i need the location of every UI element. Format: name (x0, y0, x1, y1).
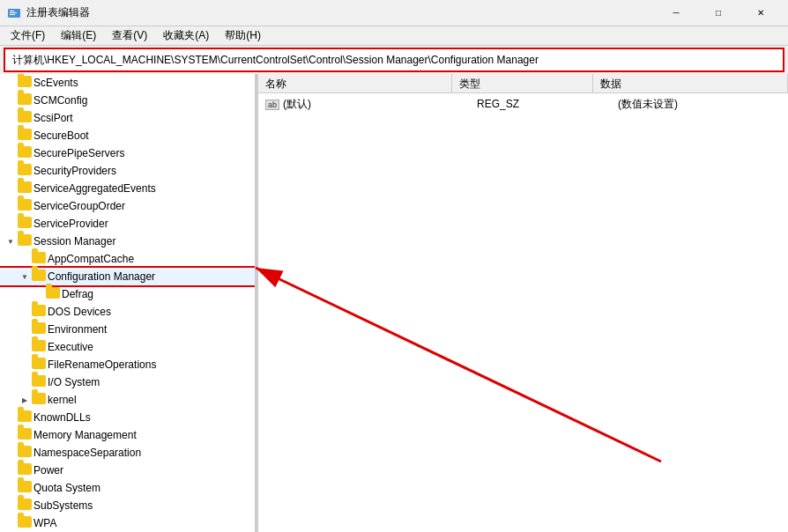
folder-icon (18, 164, 32, 178)
tree-item[interactable]: AppCompatCache (0, 250, 255, 268)
maximize-button[interactable]: □ (698, 0, 739, 26)
tree-item[interactable]: SecurityProviders (0, 162, 255, 180)
tree-item[interactable]: ScsiPort (0, 109, 255, 127)
folder-icon (32, 375, 46, 389)
tree-item[interactable]: ▼Configuration Manager (0, 268, 255, 285)
folder-icon (18, 129, 32, 143)
folder-icon (18, 234, 32, 248)
folder-icon (18, 93, 32, 107)
tree-item[interactable]: FileRenameOperations (0, 356, 255, 373)
tree-item[interactable]: SubSystems (0, 497, 255, 514)
tree-item-label: SCMConfig (33, 94, 87, 107)
tree-item[interactable]: ServiceGroupOrder (0, 197, 255, 215)
tree-item[interactable]: DOS Devices (0, 303, 255, 321)
address-bar[interactable]: 计算机\HKEY_LOCAL_MACHINE\SYSTEM\CurrentCon… (4, 48, 784, 72)
tree-item-label: Quota System (33, 482, 100, 494)
tree-item[interactable]: SecurePipeServers (0, 144, 255, 162)
reg-ab-icon: ab (265, 100, 279, 110)
col-name: 名称 (258, 74, 452, 92)
tree-item[interactable]: ▶kernel (0, 391, 255, 409)
tree-item[interactable]: WPA (0, 514, 255, 532)
reg-name-text: (默认) (283, 98, 311, 110)
tree-item[interactable]: Quota System (0, 479, 255, 497)
title-controls: ─ □ ✕ (656, 0, 781, 26)
tree-item-label: Defrag (62, 288, 93, 300)
reg-name: ab(默认) (258, 97, 470, 112)
tree-item-label: Memory Management (33, 429, 137, 441)
tree-arrow: ▼ (4, 238, 18, 246)
address-text: 计算机\HKEY_LOCAL_MACHINE\SYSTEM\CurrentCon… (9, 53, 779, 68)
folder-icon (18, 499, 32, 513)
menu-item[interactable]: 查看(V) (105, 26, 154, 45)
folder-icon (32, 270, 46, 284)
tree-item[interactable]: Executive (0, 338, 255, 356)
menu-item[interactable]: 文件(F) (4, 26, 52, 45)
folder-icon (18, 463, 32, 477)
tree-item[interactable]: I/O System (0, 373, 255, 391)
tree-item[interactable]: Defrag (0, 285, 255, 303)
folder-icon (18, 76, 32, 90)
tree-item[interactable]: Environment (0, 321, 255, 338)
tree-item[interactable]: Memory Management (0, 426, 255, 444)
tree-item-label: FileRenameOperations (48, 358, 156, 371)
folder-icon (32, 358, 46, 372)
svg-rect-2 (10, 12, 17, 13)
svg-rect-1 (10, 11, 14, 11)
tree-item[interactable]: ServiceAggregatedEvents (0, 180, 255, 197)
right-panel: 名称 类型 数据 ab(默认) REG_SZ (数值未设置) (258, 74, 788, 532)
tree-item-label: AppCompatCache (48, 253, 134, 265)
tree-item[interactable]: ▼Session Manager (0, 233, 255, 250)
tree-item-label: Executive (48, 341, 93, 353)
menu-item[interactable]: 收藏夹(A) (156, 26, 216, 45)
close-button[interactable]: ✕ (740, 0, 781, 26)
menu-bar: 文件(F)编辑(E)查看(V)收藏夹(A)帮助(H) (0, 26, 788, 46)
col-data: 数据 (593, 74, 788, 92)
minimize-button[interactable]: ─ (656, 0, 696, 26)
tree-item-label: Session Manager (33, 235, 115, 248)
reg-type: REG_SZ (470, 98, 611, 110)
tree-item-label: I/O System (48, 376, 100, 388)
folder-icon (18, 199, 32, 213)
tree-item-label: SubSystems (33, 499, 93, 512)
tree-item-label: Environment (48, 323, 107, 336)
tree-item-label: ScsiPort (33, 112, 73, 124)
svg-rect-3 (10, 14, 15, 15)
tree-arrow: ▶ (18, 396, 32, 404)
folder-icon (32, 340, 46, 354)
tree-item[interactable]: ServiceProvider (0, 215, 255, 233)
window: 注册表编辑器 ─ □ ✕ 文件(F)编辑(E)查看(V)收藏夹(A)帮助(H) … (0, 0, 788, 532)
tree-item[interactable]: KnownDLLs (0, 409, 255, 426)
folder-icon (18, 516, 32, 530)
tree-panel[interactable]: ScEventsSCMConfigScsiPortSecureBootSecur… (0, 74, 256, 532)
tree-item-label: DOS Devices (48, 306, 111, 318)
folder-icon (18, 481, 32, 495)
registry-row[interactable]: ab(默认) REG_SZ (数值未设置) (258, 95, 788, 113)
folder-icon (32, 393, 46, 407)
folder-icon (46, 287, 60, 301)
tree-item[interactable]: SecureBoot (0, 127, 255, 144)
title-bar: 注册表编辑器 ─ □ ✕ (0, 0, 788, 26)
window-title: 注册表编辑器 (26, 5, 90, 20)
reg-data: (数值未设置) (611, 97, 788, 112)
right-content: ab(默认) REG_SZ (数值未设置) (258, 93, 788, 532)
regedit-icon (7, 6, 21, 20)
right-header: 名称 类型 数据 (258, 74, 788, 93)
menu-item[interactable]: 帮助(H) (218, 26, 268, 45)
tree-item-label: Power (33, 464, 63, 477)
tree-arrow: ▼ (18, 273, 32, 281)
title-bar-left: 注册表编辑器 (7, 5, 90, 20)
folder-icon (32, 322, 46, 336)
tree-item[interactable]: ScEvents (0, 74, 255, 92)
menu-item[interactable]: 编辑(E) (54, 26, 103, 45)
tree-item-label: ServiceAggregatedEvents (33, 182, 156, 195)
tree-item-label: kernel (48, 394, 77, 406)
tree-item[interactable]: Power (0, 462, 255, 479)
tree-item-label: WPA (33, 517, 56, 529)
folder-icon (18, 410, 32, 425)
tree-item[interactable]: NamespaceSeparation (0, 444, 255, 462)
tree-item[interactable]: SCMConfig (0, 92, 255, 109)
folder-icon (18, 428, 32, 442)
folder-icon (18, 446, 32, 460)
col-type: 类型 (452, 74, 593, 92)
folder-icon (18, 181, 32, 196)
